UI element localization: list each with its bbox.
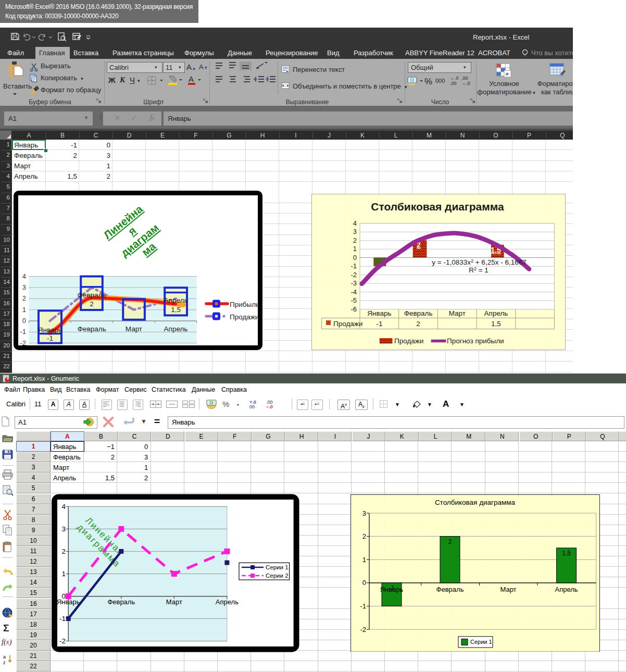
svg-text:Столбиковая диаграмма: Столбиковая диаграмма — [371, 201, 504, 213]
svg-text:Март: Март — [126, 325, 142, 333]
svg-text:Январь: Январь — [367, 309, 391, 317]
svg-text:-1: -1 — [376, 320, 382, 328]
svg-text:Апрель: Апрель — [484, 309, 508, 317]
svg-text:1: 1 — [22, 306, 26, 314]
svg-text:0: 0 — [362, 579, 366, 587]
svg-text:2: 2 — [416, 320, 420, 328]
svg-text:-4: -4 — [350, 288, 357, 296]
svg-text:Столбиковая диаграмма: Столбиковая диаграмма — [435, 499, 516, 506]
svg-text:4: 4 — [61, 503, 66, 511]
svg-text:4: 4 — [353, 219, 357, 227]
svg-text:Февраль: Февраль — [78, 291, 106, 299]
svg-text:Прибыль: Прибыль — [230, 301, 259, 308]
svg-text:Серии 2: Серии 2 — [266, 573, 289, 579]
svg-text:%: % — [222, 400, 229, 408]
svg-text:,00: ,00 — [461, 76, 468, 81]
svg-text:-5: -5 — [350, 296, 357, 304]
svg-text:-2: -2 — [20, 339, 26, 347]
svg-text:≠: ≠ — [506, 71, 509, 77]
svg-text:Серии 1: Серии 1 — [470, 639, 492, 645]
svg-text:3: 3 — [353, 228, 357, 235]
svg-text:Февраль: Февраль — [404, 309, 433, 317]
svg-text:Продажи: Продажи — [230, 313, 259, 321]
svg-text:1,5: 1,5 — [491, 320, 501, 328]
svg-text:z: z — [3, 660, 6, 665]
svg-text:-1: -1 — [59, 615, 66, 623]
svg-text:2: 2 — [448, 538, 452, 545]
svg-text:Прогноз прибыли: Прогноз прибыли — [447, 337, 504, 345]
svg-text:-2: -2 — [350, 271, 357, 279]
svg-text:Апрель: Апрель — [164, 325, 188, 333]
svg-text:3: 3 — [61, 525, 66, 533]
svg-text:Серии 1: Серии 1 — [266, 564, 289, 570]
svg-text:-2: -2 — [59, 637, 66, 645]
svg-text:-6: -6 — [350, 305, 357, 313]
svg-text:→,0: →,0 — [461, 81, 470, 86]
svg-text:А: А — [189, 74, 194, 83]
svg-text:y = -1,0833x2 + 6,25x - 6,1667: y = -1,0833x2 + 6,25x - 6,1667 — [432, 258, 526, 266]
svg-text:1,5: 1,5 — [171, 306, 181, 314]
svg-text:Продажи: Продажи — [333, 320, 362, 328]
svg-text:Январь: Январь — [38, 326, 62, 334]
svg-text:-1: -1 — [20, 328, 26, 335]
svg-text:a: a — [3, 654, 6, 659]
svg-text:%: % — [424, 77, 432, 86]
svg-text:-1: -1 — [350, 262, 357, 270]
svg-text:←.0: ←.0 — [450, 76, 459, 81]
svg-text:-2: -2 — [360, 626, 366, 633]
svg-text:0: 0 — [22, 317, 26, 325]
svg-text:Апрель: Апрель — [555, 586, 578, 593]
svg-text:Февраль: Февраль — [436, 586, 464, 593]
svg-text:2: 2 — [90, 300, 94, 308]
svg-text:R2 = 1: R2 = 1 — [469, 266, 489, 274]
svg-text:0: 0 — [353, 254, 357, 262]
svg-text:2: 2 — [22, 294, 26, 302]
svg-text:000: 000 — [435, 78, 445, 84]
svg-text:−.0: −.0 — [266, 404, 273, 409]
svg-text:Продажи: Продажи — [394, 337, 423, 345]
svg-text:-1: -1 — [47, 334, 53, 342]
svg-text:Март: Март — [166, 598, 182, 606]
svg-text:Февраль: Февраль — [78, 325, 106, 333]
svg-text:00: 00 — [249, 404, 255, 409]
svg-text:1,5: 1,5 — [562, 550, 571, 557]
svg-text:Январь: Январь — [57, 598, 80, 606]
svg-text:3: 3 — [22, 283, 26, 291]
svg-text:1: 1 — [61, 570, 66, 578]
svg-text:Апрель: Апрель — [164, 296, 188, 304]
svg-text:Март: Март — [500, 586, 516, 593]
svg-text:1: 1 — [353, 245, 357, 253]
svg-text:-1: -1 — [360, 602, 366, 610]
svg-text:2: 2 — [61, 547, 66, 555]
svg-text:4: 4 — [22, 272, 26, 280]
svg-text:1: 1 — [362, 556, 366, 564]
svg-text:Апрель: Апрель — [216, 598, 239, 606]
svg-text:2: 2 — [353, 237, 357, 244]
svg-text:2: 2 — [362, 532, 366, 540]
svg-text:,00: ,00 — [450, 81, 457, 86]
svg-text:Март: Март — [449, 309, 466, 317]
svg-text:-3: -3 — [350, 279, 357, 287]
svg-text:3: 3 — [362, 509, 366, 517]
svg-text:Январь: Январь — [380, 586, 404, 593]
svg-text:Февраль: Февраль — [107, 598, 135, 606]
